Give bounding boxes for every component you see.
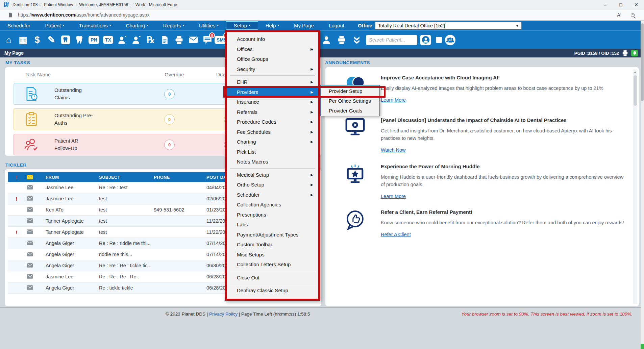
documents-icon[interactable] xyxy=(159,33,171,47)
close-button[interactable]: ✕ xyxy=(628,0,644,9)
menu-item-pick-list[interactable]: Pick List xyxy=(227,147,318,157)
nav-item-reports[interactable]: Reports▾ xyxy=(156,21,192,30)
menu-item-fee-schedules[interactable]: Fee Schedules▶ xyxy=(227,127,318,137)
nav-item-label: Logout xyxy=(329,23,344,28)
submenu-item-per-office-settings[interactable]: Per Office Settings xyxy=(321,96,379,106)
browser-scrollbar-thumb[interactable] xyxy=(641,23,644,101)
treatment-plan-icon[interactable]: TX xyxy=(102,33,114,47)
menu-item-misc-setups[interactable]: Misc Setups xyxy=(227,250,318,260)
toolbar-right xyxy=(320,33,455,47)
search-patient-input[interactable] xyxy=(366,35,417,45)
menu-item-custom-toolbar[interactable]: Custom Toolbar xyxy=(227,240,318,250)
urgent-flag xyxy=(13,271,21,282)
urgent-flag xyxy=(13,216,21,226)
menu-separator xyxy=(230,75,315,76)
scroll-up-icon[interactable]: ▲ xyxy=(633,69,637,74)
menu-item-close-out[interactable]: Close Out xyxy=(227,273,318,283)
browser-titlebar: Denticon-108 ::- Patient Window -:: Welc… xyxy=(0,0,644,9)
perio-chart-icon[interactable] xyxy=(59,33,72,47)
menu-item-scheduler[interactable]: Scheduler▶ xyxy=(227,190,318,200)
menu-item-providers[interactable]: Providers▶ xyxy=(227,87,318,97)
menu-item-account-info[interactable]: Account Info xyxy=(227,34,318,44)
treatment-plan-icon-label: TX xyxy=(103,36,113,44)
tickler-from: Tanner Applegate xyxy=(46,227,100,238)
nav-item-charting[interactable]: Charting▾ xyxy=(119,21,156,30)
nav-item-utilities[interactable]: Utilities▾ xyxy=(192,21,226,30)
announcements-scrollbar[interactable]: ▲ xyxy=(633,69,637,304)
search-option-checkbox[interactable] xyxy=(436,37,442,43)
privacy-policy-link[interactable]: Privacy Policy xyxy=(209,311,238,317)
nav-item-scheduler[interactable]: Scheduler xyxy=(0,21,38,30)
overdue-count-badge[interactable]: 0 xyxy=(164,140,175,150)
site-info-icon[interactable] xyxy=(8,12,13,18)
announcement-link-learn-more[interactable]: Learn More xyxy=(381,97,406,103)
home-icon[interactable]: ⌂ xyxy=(3,33,15,47)
announcement-link-learn-more[interactable]: Learn More xyxy=(381,194,406,199)
nav-item-setup[interactable]: Setup▾ xyxy=(226,21,258,30)
nav-item-help[interactable]: Help▾ xyxy=(258,21,287,30)
announcement-link-watch-now[interactable]: Watch Now xyxy=(381,147,406,153)
menu-item-referrals[interactable]: Referrals▶ xyxy=(227,107,318,117)
overdue-count-badge[interactable]: 0 xyxy=(164,89,175,99)
print-icon[interactable] xyxy=(336,33,348,47)
tickler-phone xyxy=(154,193,201,204)
scheduler-icon[interactable]: ▦ xyxy=(17,33,29,47)
collapse-toolbar-icon[interactable] xyxy=(351,33,363,47)
menu-item-charting[interactable]: Charting▶ xyxy=(227,137,318,147)
family-file-icon[interactable] xyxy=(445,35,455,45)
menu-item-ehr[interactable]: EHR▶ xyxy=(227,77,318,87)
tooth-chart-icon[interactable] xyxy=(74,33,86,47)
tooth-chart-icon-glyph xyxy=(75,35,84,44)
bulk-posting-icon[interactable]: ✎ xyxy=(45,33,57,47)
menu-item-collection-letters-setup[interactable]: Collection Letters Setup xyxy=(227,259,318,270)
tickler-from: Angela Giger xyxy=(46,249,100,260)
nav-item-patient[interactable]: Patient▾ xyxy=(38,21,72,30)
add-appointment-icon[interactable] xyxy=(130,33,143,47)
tickler-from: Jasmine Lee xyxy=(46,193,100,204)
address-url[interactable]: https://www.denticon.com/aspx/home/advan… xyxy=(18,12,149,18)
tickler-subject: test xyxy=(99,204,155,215)
maximize-button[interactable]: □ xyxy=(613,0,628,9)
menu-item-ortho-setup[interactable]: Ortho Setup▶ xyxy=(227,180,318,190)
nav-item-transactions[interactable]: Transactions▾ xyxy=(72,21,119,30)
menu-item-procedure-codes[interactable]: Procedure Codes▶ xyxy=(227,117,318,127)
submenu-item-provider-goals[interactable]: Provider Goals xyxy=(321,106,379,116)
erx-icon[interactable]: ℞ xyxy=(145,33,157,47)
menu-item-payment-adjustment-types[interactable]: Payment/Adjustment Types xyxy=(227,230,318,240)
print-page-icon[interactable] xyxy=(622,50,628,56)
support-icon[interactable] xyxy=(320,33,332,47)
progress-notes-icon[interactable]: PN xyxy=(88,33,100,47)
envelope-icon xyxy=(27,252,33,257)
read-aloud-icon[interactable]: A⁾ xyxy=(617,12,621,18)
menu-item-insurance[interactable]: Insurance▶ xyxy=(227,97,318,107)
patient-search-button[interactable] xyxy=(420,35,431,45)
announcement-link-refer-a-client[interactable]: Refer A Client xyxy=(381,232,411,237)
statements-icon[interactable] xyxy=(173,33,185,47)
overdue-count-badge[interactable]: 0 xyxy=(164,114,175,125)
scrollbar-thumb[interactable] xyxy=(634,75,637,106)
urgent-flag: ! xyxy=(13,227,21,238)
add-patient-icon[interactable] xyxy=(116,33,128,47)
menu-item-labs[interactable]: Labs xyxy=(227,220,318,230)
fax-icon[interactable] xyxy=(187,33,199,47)
menu-item-prescriptions[interactable]: Prescriptions xyxy=(227,210,318,220)
notifications-bell-icon[interactable] xyxy=(631,50,638,56)
menu-item-office-groups[interactable]: Office Groups xyxy=(227,54,318,64)
payments-icon[interactable]: $ xyxy=(31,33,43,47)
nav-item-my-page[interactable]: My Page xyxy=(287,21,321,30)
office-select[interactable]: Totally Real Dental Office [152] ▼ xyxy=(375,22,522,29)
messages-icon[interactable]: 0 xyxy=(201,33,214,47)
announcement-body: [Panel Discussion] Understand the Impact… xyxy=(381,117,624,153)
menu-item-offices[interactable]: Offices▶ xyxy=(227,44,318,54)
menu-item-notes-macros[interactable]: Notes Macros xyxy=(227,157,318,167)
menu-item-security[interactable]: Security▶ xyxy=(227,64,318,74)
nav-item-logout[interactable]: Logout xyxy=(321,21,352,30)
menu-item-collection-agencies[interactable]: Collection Agencies xyxy=(227,200,318,210)
browser-scrollbar[interactable] xyxy=(641,21,644,349)
menu-item-medical-setup[interactable]: Medical Setup▶ xyxy=(227,170,318,180)
submenu-item-provider-setup[interactable]: Provider Setup xyxy=(321,86,379,96)
minimize-button[interactable]: – xyxy=(597,0,613,9)
browser-urlbar[interactable]: https://www.denticon.com/aspx/home/advan… xyxy=(0,9,644,21)
menu-item-dentiray-classic-setup[interactable]: Dentiray Classic Setup xyxy=(227,285,318,296)
zoom-out-icon[interactable] xyxy=(631,13,635,17)
